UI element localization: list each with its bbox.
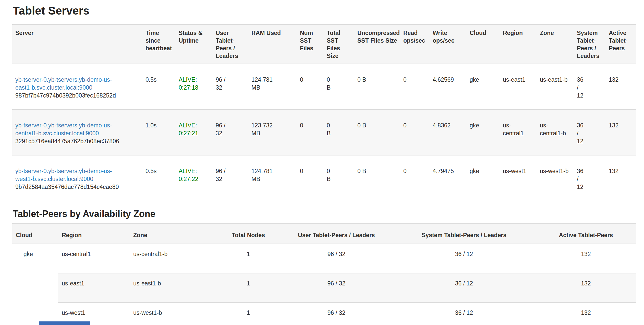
cell-zone: us-east1-b	[537, 64, 574, 110]
col-header-num-sst-files: Num SST Files	[297, 25, 324, 64]
tablet-server-row: yb-tserver-0.yb-tservers.yb-demo-us-cent…	[12, 110, 636, 155]
system-tablet-peers-value: 36 / 12	[577, 76, 586, 100]
col-header-user-tablet-peers: User Tablet-Peers / Leaders	[280, 223, 393, 244]
col-header-uncompressed-sst-size: Uncompressed SST Files Size	[354, 25, 400, 64]
col-header-total-nodes: Total Nodes	[216, 223, 280, 244]
tablet-server-row: yb-tserver-0.yb-tservers.yb-demo-us-west…	[12, 155, 636, 201]
cell-read-ops: 0	[400, 155, 430, 201]
col-header-time-since-heartbeat: Time since heartbeat	[142, 25, 176, 64]
az-section-title: Tablet-Peers by Availability Zone	[13, 208, 636, 220]
cell-write-ops: 4.79475	[430, 155, 467, 201]
col-header-cloud: Cloud	[12, 223, 58, 244]
server-link[interactable]: yb-tserver-0.yb-tservers.yb-demo-us-cent…	[15, 122, 112, 137]
server-uuid: 987bf7b47c974b0392b003fec168252d	[15, 92, 126, 100]
col-header-user-tablet-peers: User Tablet-Peers / Leaders	[213, 25, 248, 64]
cell-zone: us-west1-b	[537, 155, 574, 201]
cell-uncompressed-sst-size: 0 B	[354, 64, 400, 110]
server-link[interactable]: yb-tserver-0.yb-tservers.yb-demo-us-east…	[15, 76, 112, 91]
cell-zone: us-central1-b	[537, 110, 574, 155]
cell-region: us-west1	[500, 155, 537, 201]
cell-ram-used: 123.732 MB	[248, 110, 297, 155]
cell-status-uptime: ALIVE: 0:27:22	[176, 155, 213, 201]
cell-user-tablet-peers: 96 / 32	[280, 244, 393, 273]
col-header-system-tablet-peers: System Tablet-Peers / Leaders	[393, 223, 536, 244]
cell-active-tablet-peers: 132	[536, 273, 636, 303]
col-header-system-tablet-peers: System Tablet-Peers / Leaders	[574, 25, 606, 64]
server-uuid: 9b7d2584aa35476dac778d154c4cae80	[15, 183, 126, 191]
tablet-servers-table: Server Time since heartbeat Status & Upt…	[12, 24, 636, 201]
col-header-server: Server	[12, 25, 142, 64]
az-table: Cloud Region Zone Total Nodes User Table…	[12, 223, 636, 325]
cell-active-tablet-peers: 132	[606, 110, 636, 155]
footer-logo-fragment	[39, 321, 90, 325]
cell-uncompressed-sst-size: 0 B	[354, 110, 400, 155]
cell-status-uptime: ALIVE: 0:27:21	[176, 110, 213, 155]
cell-system-tablet-peers: 36 / 12	[393, 273, 536, 303]
cell-zone: us-east1-b	[130, 273, 216, 303]
tablet-servers-header-row: Server Time since heartbeat Status & Upt…	[12, 25, 636, 64]
server-link[interactable]: yb-tserver-0.yb-tservers.yb-demo-us-west…	[15, 168, 112, 182]
cell-num-sst-files: 0	[297, 155, 324, 201]
az-row: us-west1 us-west1-b 1 96 / 32 36 / 12 13…	[12, 303, 636, 325]
col-header-active-tablet-peers: Active Tablet-Peers	[536, 223, 636, 244]
az-tbody: gke us-central1 us-central1-b 1 96 / 32 …	[12, 244, 636, 325]
server-uuid: 3291c5716ea84475a762b7b08ec37806	[15, 137, 126, 145]
cell-user-tablet-peers: 96 / 32	[213, 110, 248, 155]
cell-status-uptime: ALIVE: 0:27:18	[176, 64, 213, 110]
cell-write-ops: 4.8362	[430, 110, 467, 155]
az-row: us-east1 us-east1-b 1 96 / 32 36 / 12 13…	[12, 273, 636, 303]
region-value: us-east1	[503, 76, 527, 84]
cell-time-since-heartbeat: 0.5s	[142, 155, 176, 201]
tablet-server-row: yb-tserver-0.yb-tservers.yb-demo-us-east…	[12, 64, 636, 110]
status-alive-text: ALIVE: 0:27:21	[179, 122, 198, 137]
cell-user-tablet-peers: 96 / 32	[213, 155, 248, 201]
cell-active-tablet-peers: 132	[606, 155, 636, 201]
ram-used-value: 124.781 MB	[251, 76, 276, 92]
cell-server: yb-tserver-0.yb-tservers.yb-demo-us-cent…	[12, 110, 142, 155]
status-alive-text: ALIVE: 0:27:22	[179, 168, 198, 182]
cell-read-ops: 0	[400, 110, 430, 155]
cell-cloud: gke	[467, 110, 500, 155]
cell-region: us-central1	[500, 110, 537, 155]
cell-cloud: gke	[12, 244, 58, 325]
cell-system-tablet-peers: 36 / 12	[393, 303, 536, 325]
cell-total-nodes: 1	[216, 244, 280, 273]
az-row: gke us-central1 us-central1-b 1 96 / 32 …	[12, 244, 636, 273]
page-title: Tablet Servers	[13, 4, 636, 17]
az-header-row: Cloud Region Zone Total Nodes User Table…	[12, 223, 636, 244]
cell-system-tablet-peers: 36 / 12	[574, 110, 606, 155]
cell-user-tablet-peers: 96 / 32	[280, 273, 393, 303]
cell-ram-used: 124.781 MB	[248, 155, 297, 201]
user-tablet-peers-value: 96 / 32	[216, 76, 231, 92]
cell-cloud: gke	[467, 155, 500, 201]
region-value: us-central1	[503, 122, 527, 137]
cell-num-sst-files: 0	[297, 110, 324, 155]
ram-used-value: 124.781 MB	[251, 167, 276, 183]
col-header-zone: Zone	[130, 223, 216, 244]
cell-total-sst-size: 0 B	[324, 64, 354, 110]
cell-zone: us-west1-b	[130, 303, 216, 325]
cell-zone: us-central1-b	[130, 244, 216, 273]
cell-write-ops: 4.62569	[430, 64, 467, 110]
cell-system-tablet-peers: 36 / 12	[574, 155, 606, 201]
cell-time-since-heartbeat: 0.5s	[142, 64, 176, 110]
cell-num-sst-files: 0	[297, 64, 324, 110]
cell-active-tablet-peers: 132	[536, 244, 636, 273]
col-header-zone: Zone	[537, 25, 574, 64]
page: Tablet Servers Server Time since heartbe…	[0, 0, 644, 325]
total-sst-size-value: 0 B	[327, 167, 332, 183]
cell-active-tablet-peers: 132	[606, 64, 636, 110]
cell-server: yb-tserver-0.yb-tservers.yb-demo-us-west…	[12, 155, 142, 201]
system-tablet-peers-value: 36 / 12	[577, 122, 586, 145]
cell-ram-used: 124.781 MB	[248, 64, 297, 110]
cell-cloud: gke	[467, 64, 500, 110]
cell-total-sst-size: 0 B	[324, 110, 354, 155]
col-header-status-uptime: Status & Uptime	[176, 25, 213, 64]
cell-region: us-east1	[500, 64, 537, 110]
cell-time-since-heartbeat: 1.0s	[142, 110, 176, 155]
cell-server: yb-tserver-0.yb-tservers.yb-demo-us-east…	[12, 64, 142, 110]
ram-used-value: 123.732 MB	[251, 122, 276, 137]
cell-system-tablet-peers: 36 / 12	[393, 244, 536, 273]
col-header-ram-used: RAM Used	[248, 25, 297, 64]
col-header-cloud: Cloud	[467, 25, 500, 64]
